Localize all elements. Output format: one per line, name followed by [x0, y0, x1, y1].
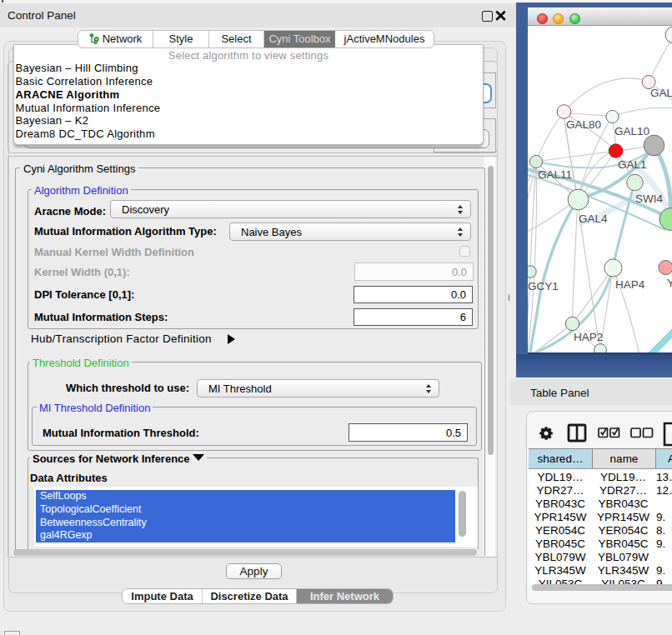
svg-text:GCY1: GCY1: [528, 280, 559, 292]
svg-text:HAP4: HAP4: [615, 278, 645, 291]
svg-text:GAL7: GAL7: [650, 87, 672, 99]
svg-text:GAL10: GAL10: [614, 125, 649, 138]
svg-text:GAL80: GAL80: [566, 118, 601, 131]
svg-text:HAP2: HAP2: [574, 331, 603, 343]
svg-text:Y: Y: [667, 277, 672, 289]
svg-text:SWI4: SWI4: [635, 192, 663, 205]
svg-text:GAL4: GAL4: [579, 212, 608, 225]
svg-text:GAL1: GAL1: [618, 158, 647, 171]
svg-text:GAL11: GAL11: [538, 168, 572, 181]
